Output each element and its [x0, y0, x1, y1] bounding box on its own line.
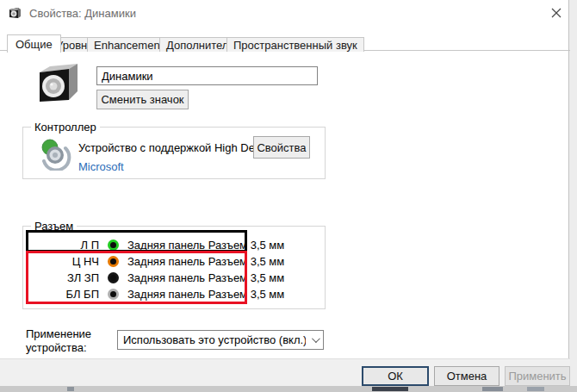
- vendor-link[interactable]: Microsoft: [78, 160, 124, 173]
- jack-channel-label: БЛ БП: [27, 288, 99, 301]
- jack-channel-label: Ц НЧ: [27, 255, 99, 268]
- ok-button[interactable]: ОК: [362, 366, 429, 386]
- jack-description: Задняя панель Разъем 3,5 мм: [127, 288, 284, 301]
- jack-color-dot: [108, 289, 119, 300]
- window-title: Свойства: Динамики: [29, 7, 136, 20]
- jack-group-label: Разъем: [31, 220, 77, 233]
- change-icon-button[interactable]: Сменить значок: [96, 90, 189, 109]
- close-icon: [551, 8, 561, 18]
- jack-description: Задняя панель Разъем 3,5 мм: [127, 271, 284, 284]
- tab-general[interactable]: Общие: [7, 34, 61, 53]
- background-fragment: [372, 387, 408, 391]
- title-bar: Свойства: Динамики: [0, 0, 570, 26]
- device-usage-dropdown[interactable]: Использовать это устройство (вкл.): [117, 330, 324, 350]
- background-fragment: [527, 387, 544, 391]
- background-fragment: [67, 387, 74, 391]
- tab-spatial-sound[interactable]: Пространственный звук: [226, 37, 364, 52]
- controller-group: Контроллер Устройство с поддержкой High …: [22, 127, 326, 179]
- jack-row: Л П Задняя панель Разъем 3,5 мм: [27, 237, 320, 253]
- apply-button: Применить: [505, 366, 570, 386]
- jack-color-dot: [108, 272, 119, 283]
- window-right-edge: [568, 0, 577, 392]
- jack-row: Ц НЧ Задняя панель Разъем 3,5 мм: [27, 253, 320, 270]
- properties-dialog: Свойства: Динамики Общие Уровни Enhancem…: [0, 0, 577, 392]
- jack-channel-label: ЗЛ ЗП: [27, 271, 99, 284]
- jack-channel-label: Л П: [27, 239, 99, 252]
- audio-controller-icon: [37, 136, 71, 171]
- background-window-remnant: [0, 386, 577, 392]
- chevron-down-icon: [306, 337, 323, 343]
- controller-properties-button[interactable]: Свойства: [253, 136, 310, 159]
- device-usage-label: Применение устройства:: [26, 327, 114, 355]
- footer-bar: ОК Отмена Применить: [0, 358, 570, 386]
- speaker-window-icon: [9, 6, 22, 20]
- jack-description: Задняя панель Разъем 3,5 мм: [127, 255, 284, 268]
- jack-color-dot: [108, 240, 119, 251]
- controller-group-label: Контроллер: [31, 121, 100, 134]
- cancel-button[interactable]: Отмена: [434, 366, 499, 386]
- jack-group: Разъем Л П Задняя панель Разъем 3,5 мм Ц…: [22, 226, 326, 309]
- controller-device-text: Устройство с поддержкой High Defi...: [78, 141, 270, 154]
- tab-strip: Общие Уровни Enhancements Дополнительно …: [0, 34, 570, 51]
- close-button[interactable]: [543, 0, 570, 26]
- jack-row: БЛ БП Задняя панель Разъем 3,5 мм: [27, 286, 320, 302]
- jack-row: ЗЛ ЗП Задняя панель Разъем 3,5 мм: [27, 270, 320, 286]
- device-usage-selected-value: Использовать это устройство (вкл.): [118, 333, 306, 346]
- jack-description: Задняя панель Разъем 3,5 мм: [127, 239, 284, 252]
- speaker-device-icon: [33, 60, 83, 107]
- background-fragment: [482, 387, 503, 391]
- jack-color-dot: [108, 256, 119, 267]
- device-name-input[interactable]: [96, 66, 318, 85]
